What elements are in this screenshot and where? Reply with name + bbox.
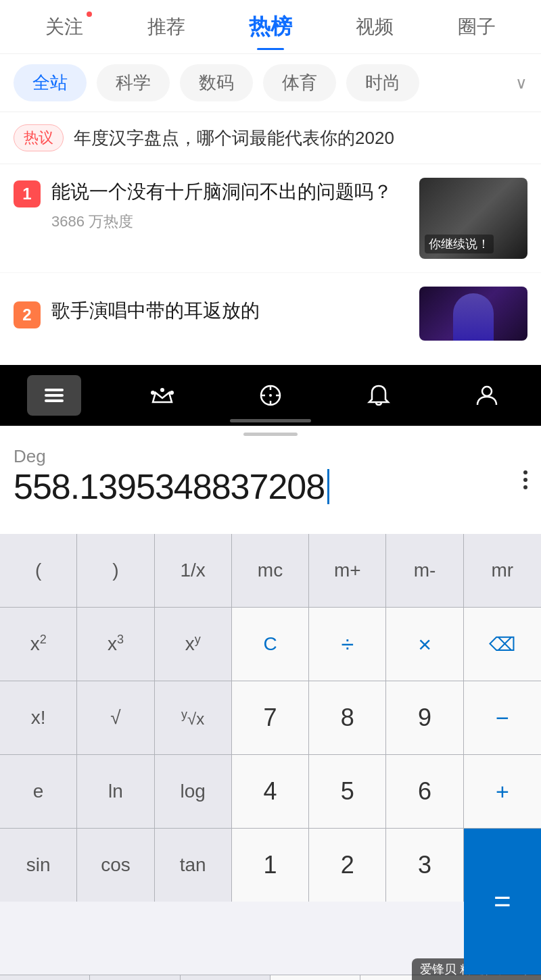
calc-display: Deg 558.1395348837208 xyxy=(0,426,541,534)
list-item[interactable]: 1 能说一个没有十斤脑洞问不出的问题吗？ 3686 万热度 你继续说！ xyxy=(0,164,541,273)
home-indicator xyxy=(230,419,311,422)
tab-follow[interactable]: 关注 xyxy=(35,7,93,47)
key-clear[interactable]: C xyxy=(232,608,309,681)
key-euler[interactable]: e xyxy=(0,755,77,828)
nav-icon-bell[interactable] xyxy=(352,375,406,416)
item2-content: 歌手演唱中带的耳返放的 xyxy=(51,297,408,330)
key-5[interactable]: 5 xyxy=(309,755,386,828)
nav-icon-profile[interactable] xyxy=(460,375,514,416)
key-4[interactable]: 4 xyxy=(232,755,309,828)
calc-cursor xyxy=(327,469,329,504)
item2-thumbnail xyxy=(419,287,527,341)
svg-point-12 xyxy=(482,387,492,396)
key-2[interactable]: 2 xyxy=(309,829,386,902)
key-log[interactable]: log xyxy=(155,755,232,828)
key-backspace[interactable]: ⌫ xyxy=(464,608,541,681)
key-x-squared[interactable]: x2 xyxy=(0,608,77,681)
sub-tab-all[interactable]: 全站 xyxy=(14,64,87,101)
zhihu-app: 关注 推荐 热榜 视频 圈子 全站 科学 数码 体育 时尚 xyxy=(0,0,541,426)
more-categories[interactable]: ∨ xyxy=(515,74,527,93)
key-tan[interactable]: tan xyxy=(155,829,232,902)
nav-icon-home[interactable] xyxy=(27,375,81,416)
sub-tab-digital[interactable]: 数码 xyxy=(180,64,253,101)
tab-recommend[interactable]: 推荐 xyxy=(137,7,195,47)
rank-badge-1: 1 xyxy=(14,180,41,207)
svg-rect-0 xyxy=(45,389,64,391)
rank-badge-2: 2 xyxy=(14,301,41,328)
key-mc[interactable]: mc xyxy=(232,534,309,607)
nav-tabs: 关注 推荐 热榜 视频 圈子 xyxy=(0,0,541,54)
key-factorial[interactable]: x! xyxy=(0,681,77,754)
tab-video[interactable]: 视频 xyxy=(346,7,404,47)
calc-row-5: sin cos tan 1 2 3 = xyxy=(0,829,541,975)
key-1[interactable]: 1 xyxy=(232,829,309,902)
hot-badge: 热议 xyxy=(14,124,64,151)
calc-more-button[interactable] xyxy=(523,470,527,489)
key-close-paren[interactable]: ) xyxy=(77,534,154,607)
tab-circle[interactable]: 圈子 xyxy=(448,7,506,47)
svg-point-4 xyxy=(160,388,164,392)
svg-rect-2 xyxy=(45,399,64,402)
nav-icon-compass[interactable] xyxy=(243,375,298,416)
key-8[interactable]: 8 xyxy=(309,681,386,754)
item2-title: 歌手演唱中带的耳返放的 xyxy=(51,297,408,325)
sub-tabs: 全站 科学 数码 体育 时尚 ∨ xyxy=(0,54,541,112)
key-ln[interactable]: ln xyxy=(77,755,154,828)
key-x-cubed[interactable]: x3 xyxy=(77,608,154,681)
item-content: 能说一个没有十斤脑洞问不出的问题吗？ 3686 万热度 xyxy=(51,178,408,232)
hot-banner[interactable]: 热议 年度汉字盘点，哪个词最能代表你的2020 xyxy=(0,112,541,164)
key-m-plus[interactable]: m+ xyxy=(309,534,386,607)
thumb-overlay-text: 你继续说！ xyxy=(425,235,494,253)
key-percent[interactable]: % xyxy=(270,975,360,980)
key-multiply[interactable]: × xyxy=(386,608,463,681)
key-6[interactable]: 6 xyxy=(386,755,463,828)
key-pi[interactable]: π xyxy=(181,975,270,980)
sub-tab-fashion[interactable]: 时尚 xyxy=(346,64,419,101)
svg-rect-1 xyxy=(45,394,64,397)
key-sin[interactable]: sin xyxy=(0,829,77,902)
sub-tab-sports[interactable]: 体育 xyxy=(263,64,336,101)
key-x-power-y[interactable]: xy xyxy=(155,608,232,681)
key-rad[interactable]: Rad xyxy=(90,975,180,980)
item-title: 能说一个没有十斤脑洞问不出的问题吗？ xyxy=(51,178,408,206)
key-add[interactable]: + xyxy=(464,755,541,828)
key-reciprocal[interactable]: 1/x xyxy=(155,534,232,607)
item-thumbnail: 你继续说！ xyxy=(419,178,527,259)
calc-row-1: ( ) 1/x mc m+ m- mr xyxy=(0,534,541,608)
list-item-2[interactable]: 2 歌手演唱中带的耳返放的 xyxy=(0,273,541,347)
singer-graphic xyxy=(453,293,494,341)
key-open-paren[interactable]: ( xyxy=(0,534,77,607)
sub-tab-science[interactable]: 科学 xyxy=(97,64,170,101)
calc-number-display: 558.1395348837208 xyxy=(14,453,521,507)
calc-deg-label[interactable]: Deg xyxy=(14,446,46,467)
key-subtract[interactable]: − xyxy=(464,681,541,754)
hot-topic-text: 年度汉字盘点，哪个词最能代表你的2020 xyxy=(74,126,394,150)
key-sqrt[interactable]: √ xyxy=(77,681,154,754)
calc-row-3: x! √ y√x 7 8 9 − xyxy=(0,681,541,755)
key-9[interactable]: 9 xyxy=(386,681,463,754)
svg-point-7 xyxy=(269,394,272,397)
calc-row-2: x2 x3 xy C ÷ × ⌫ xyxy=(0,608,541,681)
notification-dot xyxy=(87,11,92,17)
item-meta: 3686 万热度 xyxy=(51,212,408,232)
key-equals[interactable]: = xyxy=(464,829,541,975)
key-divide[interactable]: ÷ xyxy=(309,608,386,681)
key-7[interactable]: 7 xyxy=(232,681,309,754)
svg-point-3 xyxy=(151,391,155,395)
tab-hot[interactable]: 热榜 xyxy=(239,5,302,49)
key-3[interactable]: 3 xyxy=(386,829,463,902)
key-yth-root[interactable]: y√x xyxy=(155,681,232,754)
calculator: Deg 558.1395348837208 ( ) 1/x mc m+ m- m… xyxy=(0,426,541,980)
nav-icon-crown[interactable] xyxy=(135,375,189,416)
thumb-image-1: 你继续说！ xyxy=(419,178,527,259)
key-mr[interactable]: mr xyxy=(464,534,541,607)
calc-row-4: e ln log 4 5 6 + xyxy=(0,755,541,829)
drag-handle xyxy=(243,433,298,436)
key-m-minus[interactable]: m- xyxy=(386,534,463,607)
key-inv[interactable]: Inv xyxy=(0,975,90,980)
svg-point-5 xyxy=(170,391,174,395)
bottom-nav xyxy=(0,365,541,426)
key-cos[interactable]: cos xyxy=(77,829,154,902)
